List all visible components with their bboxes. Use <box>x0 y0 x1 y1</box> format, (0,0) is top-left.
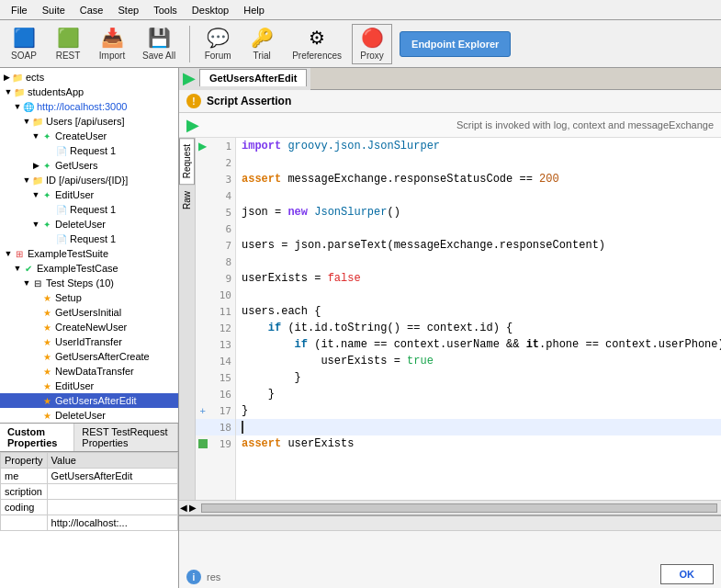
line-number: 12 <box>210 322 235 334</box>
left-arrow[interactable]: ◀ <box>180 503 187 513</box>
tree-item-studentsapp[interactable]: ▼ 📁 studentsApp <box>0 85 178 99</box>
preferences-label: Preferences <box>292 51 342 61</box>
tree-item-users-api[interactable]: ▼ 📁 Users [/api/users] <box>0 114 178 129</box>
menu-case[interactable]: Case <box>73 3 111 17</box>
soap-button[interactable]: 🟦 SOAP <box>4 24 44 64</box>
forum-icon: 💬 <box>207 27 230 49</box>
step-icon: ✦ <box>40 218 53 231</box>
code-line-8 <box>236 254 721 270</box>
scroll-thumb[interactable] <box>201 503 717 513</box>
tree-item-request1a[interactable]: 📄 Request 1 <box>0 143 178 158</box>
tree-item-new-data-transfer[interactable]: ★ NewDataTransfer <box>0 364 178 379</box>
prop-value-input[interactable] <box>51 470 174 481</box>
tree-item-user-id-transfer[interactable]: ★ UserIdTransfer <box>0 334 178 349</box>
tree-item-create-new-user[interactable]: ★ CreateNewUser <box>0 320 178 334</box>
tree-item-edituser[interactable]: ▼ ✦ EditUser <box>0 187 178 202</box>
tree-label: GetUsersAfterEdit <box>55 395 137 406</box>
save-all-button[interactable]: 💾 Save All <box>136 24 182 64</box>
props-tab-custom[interactable]: Custom Properties <box>0 424 74 451</box>
testcase-icon: ✔ <box>22 262 35 275</box>
expand-icon: ▶ <box>31 161 40 170</box>
menu-tools[interactable]: Tools <box>146 3 185 17</box>
menu-suite[interactable]: Suite <box>35 3 73 17</box>
line-number: 10 <box>210 289 235 301</box>
menu-step[interactable]: Step <box>111 3 147 17</box>
add-icon: + <box>196 405 210 416</box>
code-line-16: } <box>236 386 721 402</box>
import-label: Import <box>99 51 125 61</box>
endpoint-explorer-button[interactable]: Endpoint Explorer <box>400 31 511 57</box>
code-content[interactable]: import groovy.json.JsonSlurper assert me… <box>236 138 721 500</box>
tree-item-example-test-case[interactable]: ▼ ✔ ExampleTestCase <box>0 261 178 276</box>
nav-arrows[interactable]: ◀ ▶ <box>179 503 197 513</box>
expand-icon: ▼ <box>22 175 31 185</box>
side-tab-request[interactable]: Request <box>179 138 195 185</box>
tree-label: EditUser <box>55 189 94 200</box>
folder-icon: 📁 <box>11 71 24 84</box>
right-panel: ▶ GetUsersAfterEdit ! Script Assertion ▶… <box>179 68 721 588</box>
tree-item-deleteuser-node[interactable]: ▼ ✦ DeleteUser <box>0 217 178 232</box>
prop-name: coding <box>1 500 48 515</box>
tree-item-deleteuser-step[interactable]: ★ DeleteUser <box>0 408 178 423</box>
menubar: File Suite Case Step Tools Desktop Help <box>0 0 721 20</box>
prop-value-input[interactable] <box>51 517 174 528</box>
testsuite-icon: ⊞ <box>13 247 26 260</box>
run-icon: ▶ <box>183 68 196 88</box>
res-label: res <box>207 571 220 582</box>
horizontal-scroll[interactable]: ◀ ▶ <box>179 500 721 514</box>
code-line-15: } <box>236 369 721 386</box>
code-line-17: } <box>236 402 721 419</box>
toolbar: 🟦 SOAP 🟩 REST 📥 Import 💾 Save All 💬 Foru… <box>0 20 721 68</box>
preferences-button[interactable]: ⚙ Preferences <box>286 24 348 64</box>
prop-col-header: Property <box>1 453 48 469</box>
tree-label: EditUser <box>55 380 94 391</box>
bottom-scroll-bar[interactable] <box>179 516 721 531</box>
tree-item-example-test-suite[interactable]: ▼ ⊞ ExampleTestSuite <box>0 246 178 261</box>
import-icon: 📥 <box>101 27 124 49</box>
proxy-button[interactable]: 🔴 Proxy <box>352 24 392 64</box>
rest-button[interactable]: 🟩 REST <box>48 24 88 64</box>
import-button[interactable]: 📥 Import <box>92 24 132 64</box>
tree-item-request1c[interactable]: 📄 Request 1 <box>0 232 178 246</box>
request-icon: 📄 <box>55 144 68 157</box>
right-arrow[interactable]: ▶ <box>189 503 197 513</box>
tree-item-getusers-after-create[interactable]: ★ GetUsersAfterCreate <box>0 349 178 364</box>
prop-value[interactable] <box>47 484 177 500</box>
tree-label: CreateNewUser <box>55 322 127 333</box>
tree-item-getusers[interactable]: ▶ ✦ GetUsers <box>0 158 178 173</box>
menu-desktop[interactable]: Desktop <box>185 3 236 17</box>
prop-value[interactable] <box>47 515 177 531</box>
tree-item-setup[interactable]: ★ Setup <box>0 290 178 305</box>
star-icon: ★ <box>40 291 53 304</box>
properties-panel: Custom Properties REST TestRequest Prope… <box>0 423 178 588</box>
tree-label: GetUsers <box>55 160 97 171</box>
tree-item-request1b[interactable]: 📄 Request 1 <box>0 202 178 217</box>
tree-item-id-api[interactable]: ▼ 📁 ID [/api/users/{ID}] <box>0 173 178 187</box>
side-tab-raw[interactable]: Raw <box>179 185 195 216</box>
line-number: 17 <box>210 405 235 417</box>
script-tab[interactable]: GetUsersAfterEdit <box>199 69 307 86</box>
tree-item-edituser-step[interactable]: ★ EditUser <box>0 379 178 393</box>
tree-item-localhost[interactable]: ▼ 🌐 http://localhost:3000 <box>0 99 178 114</box>
prop-value[interactable] <box>47 469 177 484</box>
code-gutter: ▶1 2 3 4 5 6 7 8 9 10 11 12 13 14 15 16 <box>196 138 236 500</box>
tree-item-projects[interactable]: ▶ 📁 ects <box>0 70 178 85</box>
prop-value-input[interactable] <box>51 502 174 513</box>
prop-value[interactable] <box>47 500 177 515</box>
props-tab-rest[interactable]: REST TestRequest Properties <box>74 424 178 451</box>
tree-item-getusers-after-edit[interactable]: ★ GetUsersAfterEdit <box>0 393 178 408</box>
tree-item-test-steps[interactable]: ▼ ⊟ Test Steps (10) <box>0 276 178 290</box>
line-number: 9 <box>210 273 235 285</box>
tree-label: ects <box>26 72 44 83</box>
prop-name <box>1 515 48 531</box>
tree-label: ExampleTestCase <box>37 263 118 274</box>
trial-button[interactable]: 🔑 Trial <box>242 24 282 64</box>
menu-file[interactable]: File <box>4 3 35 17</box>
tree-item-getusers-initial[interactable]: ★ GetUsersInitial <box>0 305 178 320</box>
menu-help[interactable]: Help <box>236 3 272 17</box>
tree-item-createuser[interactable]: ▼ ✦ CreateUser <box>0 129 178 143</box>
prop-value-input[interactable] <box>51 486 174 497</box>
line-number: 14 <box>210 356 235 368</box>
ok-button[interactable]: OK <box>660 564 715 584</box>
forum-button[interactable]: 💬 Forum <box>197 24 238 64</box>
